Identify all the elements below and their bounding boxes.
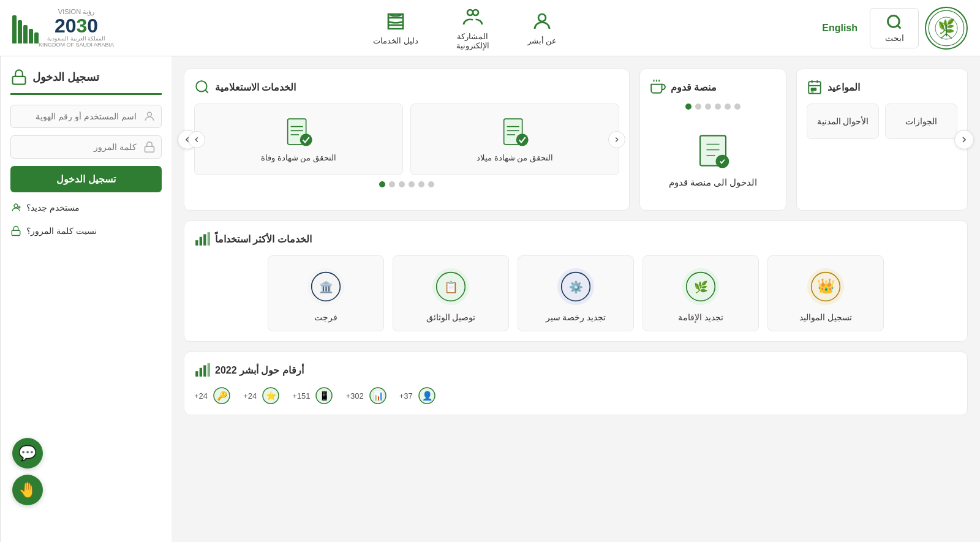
death-cert-icon [284, 116, 314, 147]
stats-header: أرقام حول أبشر 2022 [194, 362, 957, 378]
svg-line-4 [941, 34, 946, 39]
new-user-link[interactable]: مستخدم جديد؟ [10, 200, 162, 216]
inquiry-right-arrow[interactable] [608, 131, 625, 148]
appointments-header: المواعيد [807, 79, 957, 95]
stat-item-2: 📊 302+ [345, 386, 386, 405]
inquiry-birth-certificate[interactable]: التحقق من شهادة ميلاد [410, 104, 619, 175]
inquiry-title: الخدمات الاستعلامية [215, 81, 296, 93]
farjat-logo-icon: 🏛️ [311, 271, 341, 302]
svg-text:⭐: ⭐ [266, 391, 277, 401]
inquiry-section: الخدمات الاستعلامية [184, 69, 630, 211]
svg-text:👑: 👑 [817, 277, 835, 295]
service-birth-label: تسجيل المواليد [799, 312, 852, 322]
svg-point-72 [14, 204, 18, 208]
password-input[interactable] [10, 135, 162, 159]
right-arrow-button[interactable] [954, 130, 974, 149]
inquiry-left-arrow[interactable] [188, 131, 205, 148]
stat-label-1: 37+ [399, 391, 413, 401]
svg-point-70 [148, 112, 152, 116]
svg-line-5 [946, 34, 952, 39]
service-document-delivery[interactable]: 📋 توصيل الوثائق [393, 255, 509, 331]
service-iqama-label: تجديد الإقامة [678, 312, 723, 322]
svg-text:🌿: 🌿 [694, 280, 708, 294]
stat-icon-2: 📊 [369, 386, 387, 405]
svg-text:📱: 📱 [319, 391, 330, 401]
nav-service-guide[interactable]: دليل الخدمات [363, 6, 428, 50]
most-used-grid: 👑 تسجيل المواليد 🌿 تجديد الإقامة [194, 255, 957, 331]
help-icon: 🤚 [18, 481, 37, 499]
bar-2 [29, 29, 33, 43]
svg-rect-58 [208, 363, 210, 377]
service-license-renewal[interactable]: ⚙️ تجديد رخصة سير [518, 255, 634, 331]
license-logo-icon: ⚙️ [560, 271, 591, 302]
english-link[interactable]: English [816, 23, 864, 34]
stats-title: أرقام حول أبشر 2022 [215, 364, 304, 376]
vision-text: رؤية VISION 2030 المملكة العربية السعودي… [39, 8, 114, 48]
svg-rect-57 [203, 365, 206, 376]
service-birth-registration[interactable]: 👑 تسجيل المواليد [767, 255, 884, 331]
nav-participation[interactable]: المشاركةالإلكترونية [447, 1, 499, 55]
platform-title: منصة قدوم [671, 81, 717, 93]
service-iqama-renewal[interactable]: 🌿 تجديد الإقامة [643, 255, 759, 331]
platform-service[interactable]: الدخول الى منصة قدوم [650, 117, 776, 200]
svg-text:🏛️: 🏛️ [319, 280, 333, 294]
username-wrapper [10, 105, 162, 128]
svg-point-40 [300, 134, 312, 146]
idot-6-active [379, 181, 385, 187]
appointments-title: المواعيد [827, 81, 860, 93]
stat-item-4: ⭐ 24+ [243, 386, 280, 405]
platform-service-label: الدخول الى منصة قدوم [669, 177, 758, 188]
svg-point-35 [516, 134, 528, 146]
platform-header: منصة قدوم [650, 79, 776, 95]
help-button[interactable]: 🤚 [12, 475, 43, 505]
service-farjat[interactable]: 🏛️ فرجت [268, 255, 384, 331]
appt-civil-affairs[interactable]: الأحوال المدنية [807, 104, 879, 139]
idot-5 [389, 181, 395, 187]
dot-2 [725, 104, 731, 110]
top-sections-row: المواعيد الجوازات [184, 69, 968, 211]
stat-icon-1: 👤 [418, 386, 436, 405]
nav-about-absher[interactable]: عن أبشر [518, 6, 567, 50]
username-input[interactable] [10, 105, 162, 128]
svg-rect-44 [208, 232, 210, 246]
chat-button[interactable]: 💬 [12, 438, 43, 469]
svg-point-29 [196, 81, 206, 91]
login-button[interactable]: تسجيل الدخول [10, 166, 162, 192]
svg-text:👤: 👤 [421, 391, 432, 401]
user-input-icon [143, 110, 156, 122]
login-title-area: تسجيل الدخول [10, 69, 162, 95]
search-button[interactable]: ابحث [870, 8, 919, 48]
svg-text:📊: 📊 [372, 391, 383, 401]
svg-rect-18 [814, 88, 816, 90]
forgot-password-icon [10, 225, 21, 236]
inquiry-birth-label: التحقق من شهادة ميلاد [477, 153, 553, 162]
forgot-password-label: نسيت كلمة المرور؟ [26, 226, 97, 236]
stat-icon-5: 🔑 [213, 386, 231, 405]
svg-point-10 [473, 10, 478, 15]
svg-text:📋: 📋 [444, 280, 458, 294]
svg-rect-41 [195, 240, 198, 246]
appt-passports[interactable]: الجوازات [885, 104, 957, 139]
dot-5 [695, 104, 701, 110]
documents-logo-icon: 📋 [435, 271, 466, 302]
appointments-grid: الجوازات الأحوال المدنية [807, 104, 957, 139]
vision-2030-logo: رؤية VISION 2030 المملكة العربية السعودي… [12, 8, 114, 48]
nav-service-guide-label: دليل الخدمات [373, 36, 418, 45]
svg-rect-42 [200, 237, 202, 246]
stats-row: 👤 37+ 📊 302+ 📱 151+ [194, 386, 957, 405]
hand-icon [650, 79, 666, 95]
login-title: تسجيل الدخول [32, 70, 99, 84]
stat-label-4: 24+ [243, 391, 257, 401]
inquiry-death-certificate[interactable]: التحقق من شهادة وفاة [194, 104, 403, 175]
forgot-password-link[interactable]: نسيت كلمة المرور؟ [10, 223, 162, 239]
inquiry-death-label: التحقق من شهادة وفاة [261, 153, 336, 162]
idot-3 [409, 181, 415, 187]
stat-item-3: 📱 151+ [292, 386, 333, 405]
stat-item-5: 🔑 24+ [194, 386, 231, 405]
most-used-section: الخدمات الأكثر استخداماً 👑 [184, 220, 968, 342]
svg-rect-19 [812, 91, 813, 92]
vision-bars [12, 13, 39, 43]
new-user-icon [10, 202, 21, 213]
vision-year: 2030 [39, 16, 114, 36]
bar-3 [23, 25, 28, 43]
